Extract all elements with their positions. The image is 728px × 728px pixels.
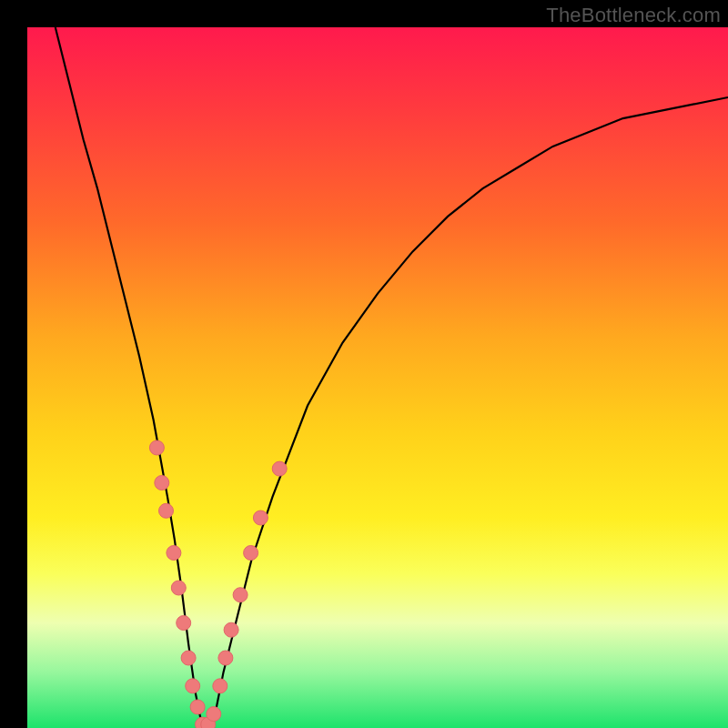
data-marker	[224, 622, 238, 637]
data-marker	[218, 651, 233, 665]
bottleneck-curve	[56, 27, 728, 728]
data-marker	[233, 588, 248, 602]
data-marker	[155, 476, 169, 490]
marker-group	[149, 440, 287, 728]
data-marker	[253, 511, 268, 525]
data-marker	[272, 461, 287, 476]
data-marker	[207, 707, 221, 722]
data-marker	[186, 679, 200, 693]
data-marker	[244, 546, 258, 561]
data-marker	[213, 679, 228, 693]
data-marker	[159, 503, 174, 518]
data-marker	[181, 651, 196, 665]
data-marker	[177, 616, 191, 631]
data-marker	[190, 700, 205, 714]
data-marker	[167, 546, 181, 561]
plot-area	[27, 27, 728, 728]
data-marker	[171, 581, 186, 595]
chart-frame: TheBottleneck.com	[0, 0, 728, 728]
data-marker	[149, 440, 164, 455]
watermark-text: TheBottleneck.com	[546, 4, 721, 27]
chart-svg	[27, 27, 728, 728]
